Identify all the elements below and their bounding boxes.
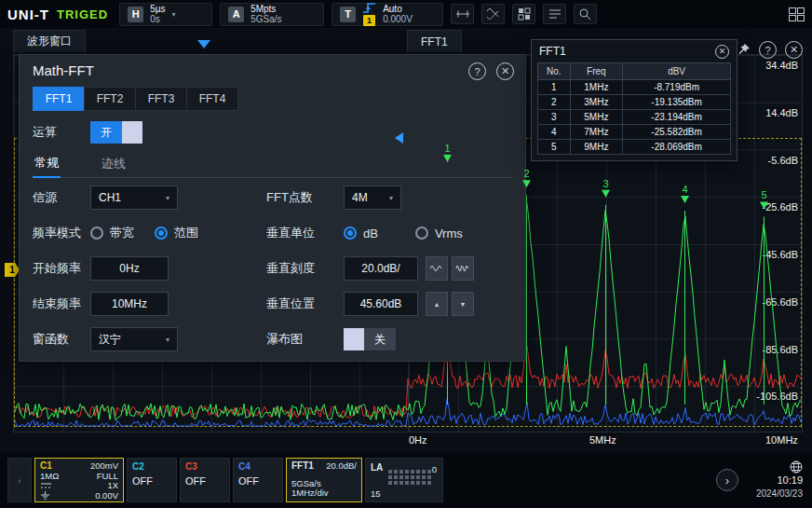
expand-button[interactable]: › [716,469,738,491]
horizontal-position-marker[interactable] [197,40,210,48]
window-fn-label: 窗函数 [33,327,69,351]
la-bit-high: 0 [432,464,437,474]
table-row[interactable]: 35MHz-23.194dBm [538,110,731,125]
channel-impedance: 1MΩ [40,472,59,482]
math-fft-dialog: Math-FFT ? ✕ FFT1 FFT2 FFT3 FFT4 运算 开 常规… [19,54,526,362]
position-down-button[interactable]: ▼ [452,292,474,316]
globe-icon[interactable] [790,460,803,474]
table-cell: -23.194dBm [623,110,731,125]
subtab-general[interactable]: 常规 [33,150,61,178]
scale-coarse-button[interactable] [426,256,448,281]
dialog-title: Math-FFT [33,62,94,78]
radio-icon [415,227,428,240]
radio-db[interactable]: dB [344,227,378,240]
table-cell: 2 [538,95,571,110]
end-freq-input[interactable]: 10MHz [90,292,169,316]
collapse-button[interactable]: ‹ [7,458,32,502]
xy-display-icon[interactable] [481,4,505,24]
channel-offset: 0.00V [95,491,118,501]
window-layout-icon[interactable] [789,7,805,21]
freq-axis-label: 0Hz [409,434,427,446]
memory-depth-value: 5Mpts [250,4,281,14]
radio-icon [90,227,103,240]
date-value: 2024/03/23 [756,487,803,500]
trigger-mode-value: Auto [383,4,413,14]
horizontal-control[interactable]: H 5µs 0s ▾ [119,3,212,26]
table-cell: -25.582dBm [623,125,731,140]
vertical-scale-input[interactable]: 20.0dB/ [344,256,418,281]
toggle-knob [122,121,142,144]
fft1-trace-block[interactable]: FFT120.0dB/ 5GSa/s 1MHz/div [286,458,362,502]
freq-mode-options: 带宽 范围 [90,221,198,245]
close-icon[interactable]: ✕ [785,41,803,59]
horizontal-offset-value: 0s [150,14,165,24]
tab-fft4[interactable]: FFT4 [186,87,238,111]
table-cell: 5MHz [570,110,623,125]
mask-test-icon[interactable] [512,4,535,24]
tab-fft2[interactable]: FFT2 [84,87,136,111]
waterfall-toggle[interactable]: 关 [344,328,396,350]
channel-c2-block[interactable]: C2 OFF [127,458,177,502]
channel-c1-block[interactable]: C1200mV 1MΩFULL 1X 0.00V [34,458,124,502]
table-cell: 7MHz [570,125,623,140]
fft-results-window[interactable]: FFT1 ✕ No.FreqdBV 11MHz-8.719dBm23MHz-19… [531,39,738,161]
fft-tab-bar: FFT1 FFT2 FFT3 FFT4 [33,87,237,111]
window-fn-dropdown[interactable]: 汉宁▾ [90,327,178,351]
vertical-position-input[interactable]: 45.60dB [344,292,418,316]
fft-points-dropdown[interactable]: 4M▾ [344,185,401,210]
la-bit-grid [388,470,432,486]
operation-toggle[interactable]: 开 [90,121,142,144]
channel-state: OFF [185,475,224,487]
acquire-control[interactable]: A 5Mpts 5GSa/s [220,3,324,26]
help-icon[interactable]: ? [759,41,777,59]
table-cell: 5 [538,140,571,155]
position-up-button[interactable]: ▲ [426,292,448,316]
dc-coupling-icon [40,482,52,489]
table-row[interactable]: 59MHz-28.069dBm [538,140,731,155]
start-freq-input[interactable]: 0Hz [90,256,169,281]
measure-icon[interactable] [451,4,474,24]
scale-fine-button[interactable] [452,256,474,281]
pin-icon[interactable] [737,43,751,57]
db-scale-label: 34.4dB [765,60,798,71]
table-cell: 9MHz [570,140,623,155]
vertical-unit-options: dB Vrms [344,221,463,245]
tab-waveform-window[interactable]: 波形窗口 [13,30,86,52]
brand-logo: UNI-T [7,7,49,22]
table-row[interactable]: 23MHz-19.135dBm [538,95,731,110]
close-icon[interactable]: ✕ [715,45,729,59]
channel-c4-block[interactable]: C4 OFF [233,458,283,502]
radio-range[interactable]: 范围 [155,225,198,241]
tab-fft1-window[interactable]: FFT1 [407,30,462,52]
subtab-trace[interactable]: 迹线 [100,150,128,178]
horizontal-key: H [128,7,143,22]
window-fn-value: 汉宁 [99,332,121,348]
fft-trace-pointer[interactable] [395,132,403,144]
trigger-control[interactable]: T 1 Auto 0.000V [332,3,443,26]
tab-fft3[interactable]: FFT3 [135,87,187,111]
table-row[interactable]: 11MHz-8.719dBm [538,80,731,95]
radio-bandwidth[interactable]: 带宽 [90,225,134,241]
search-icon[interactable] [574,4,597,24]
la-bit-low: 15 [371,488,381,499]
channel-name: C4 [238,461,277,472]
fft-peak-table: No.FreqdBV 11MHz-8.719dBm23MHz-19.135dBm… [537,62,731,155]
radio-vrms[interactable]: Vrms [415,227,463,240]
help-icon[interactable]: ? [468,62,486,80]
table-row[interactable]: 47MHz-25.582dBm [538,125,731,140]
tab-fft1[interactable]: FFT1 [33,87,85,111]
toggle-on-label: 开 [90,121,122,144]
table-header-cell: dBV [623,63,731,80]
channel-c3-block[interactable]: C3 OFF [180,458,230,502]
toggle-knob [344,328,364,350]
channel-name: C2 [132,461,171,472]
source-dropdown[interactable]: CH1▾ [90,185,178,210]
ground-icon [40,491,50,500]
logic-analyzer-block[interactable]: LA 0 15 [365,458,443,502]
events-list-icon[interactable] [543,4,566,24]
oscilloscope-ui: UNI-T TRIGED H 5µs 0s ▾ A 5Mpts 5GSa/s T… [0,0,812,508]
channel-name: C3 [185,461,224,472]
close-icon[interactable]: ✕ [496,62,514,80]
timebase-value: 5µs [150,4,165,14]
vertical-scale-label: 垂直刻度 [266,256,315,281]
